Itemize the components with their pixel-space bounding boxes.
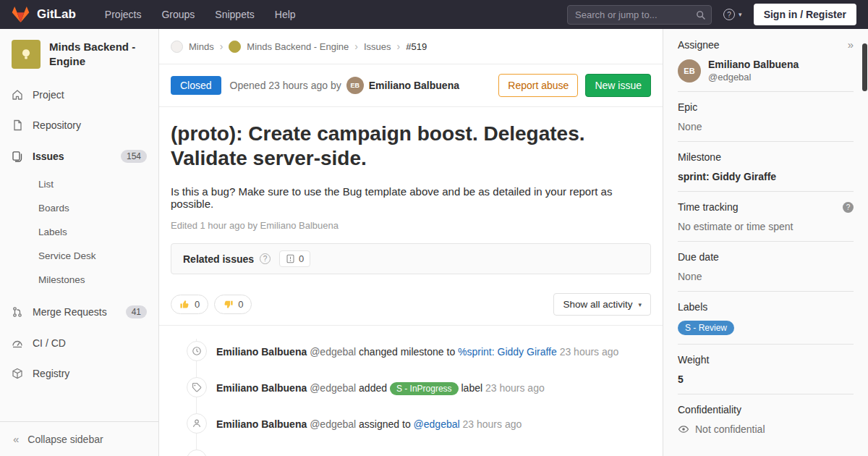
author-name-link[interactable]: Emiliano Balbuena [369, 80, 459, 91]
collapse-sidebar-label: Collapse sidebar [27, 434, 103, 445]
label-badge-review[interactable]: S - Review [678, 321, 734, 335]
breadcrumb-issues[interactable]: Issues [364, 41, 391, 52]
sidebar-item-ci-cd[interactable]: CI / CD [0, 328, 158, 358]
clock-icon [187, 341, 207, 361]
related-issues-count-pill: 0 [279, 250, 310, 267]
activity-row: Emiliano Balbuena @edgebal changed miles… [187, 334, 651, 371]
sidebar-subitem-milestones[interactable]: Milestones [0, 268, 158, 292]
sidebar-item-label: Project [33, 89, 64, 101]
weight-icon [187, 449, 207, 456]
confidentiality-value: Not confidential [695, 423, 765, 435]
activity-row: Emiliano Balbuena @edgebal assigned to @… [187, 407, 651, 443]
thumbs-up-icon [179, 299, 190, 310]
project-avatar [12, 40, 41, 69]
breadcrumb-group[interactable]: Minds [189, 41, 214, 52]
project-header[interactable]: Minds Backend - Engine [0, 29, 158, 80]
activity-author[interactable]: Emiliano Balbuena [216, 382, 307, 394]
sidebar-item-project[interactable]: Project [0, 80, 158, 110]
time-tracking-block: Time tracking ? No estimate or time spen… [678, 192, 854, 242]
weight-block: Weight 5 [678, 345, 854, 394]
related-issues-title: Related issues [183, 253, 254, 265]
activity-filter-label: Show all activity [563, 299, 632, 310]
assignee-card[interactable]: EB Emiliano Balbuena @edgebal [678, 59, 854, 83]
breadcrumb: Minds › Minds Backend - Engine › Issues … [159, 29, 663, 64]
thumbs-up-button[interactable]: 0 [171, 295, 208, 314]
scrollbar-thumb[interactable] [862, 43, 867, 91]
report-abuse-button[interactable]: Report abuse [498, 74, 578, 97]
collapse-sidebar-button[interactable]: « Collapse sidebar [0, 421, 158, 456]
milestone-value[interactable]: sprint: Giddy Giraffe [678, 171, 854, 182]
eye-icon [678, 423, 689, 435]
sidebar-item-label: Issues [33, 151, 64, 162]
home-icon [12, 89, 23, 101]
sidebar-item-label: CI / CD [33, 337, 66, 349]
sidebar-subitem-service-desk[interactable]: Service Desk [0, 244, 158, 268]
search-input[interactable] [567, 5, 712, 25]
activity-filter-dropdown[interactable]: Show all activity ▾ [553, 293, 651, 316]
activity-timeline: Emiliano Balbuena @edgebal changed miles… [171, 326, 651, 456]
status-badge: Closed [171, 76, 221, 95]
activity-author[interactable]: Emiliano Balbuena [216, 346, 307, 358]
confidentiality-block: Confidentiality Not confidential [678, 394, 854, 444]
sidebar-item-registry[interactable]: Registry [0, 358, 158, 389]
angle-double-left-icon: « [13, 433, 19, 445]
tag-icon [187, 377, 207, 397]
edited-note: Edited 1 hour ago by Emiliano Balbuena [171, 220, 651, 231]
project-name[interactable]: Minds Backend - Engine [49, 40, 147, 69]
nav-projects[interactable]: Projects [95, 0, 152, 29]
lightbulb-icon [18, 46, 34, 62]
activity-handle: @edgebal [310, 418, 356, 430]
sidebar-subitem-list[interactable]: List [0, 172, 158, 196]
assignee-avatar: EB [678, 59, 701, 83]
left-sidebar: Minds Backend - Engine Project Repositor… [0, 29, 159, 456]
due-date-block: Due date None [678, 242, 854, 292]
author-avatar[interactable]: EB [346, 77, 364, 94]
sidebar-item-issues[interactable]: Issues 154 [0, 140, 158, 172]
thumbs-up-count: 0 [195, 299, 200, 310]
angle-double-right-icon[interactable]: » [848, 38, 854, 51]
new-issue-button[interactable]: New issue [585, 74, 651, 97]
activity-action: changed milestone to [359, 346, 455, 358]
breadcrumb-project[interactable]: Minds Backend - Engine [247, 41, 349, 52]
sign-in-button[interactable]: Sign in / Register [754, 4, 856, 25]
nav-help[interactable]: Help [265, 0, 306, 29]
global-search[interactable] [567, 5, 712, 25]
assignee-name[interactable]: Emiliano Balbuena [708, 59, 799, 70]
nav-snippets[interactable]: Snippets [205, 0, 264, 29]
sidebar-subitem-labels[interactable]: Labels [0, 220, 158, 244]
epic-value: None [678, 121, 854, 132]
activity-author[interactable]: Emiliano Balbuena [216, 418, 307, 430]
gitlab-home-link[interactable]: GitLab [12, 6, 76, 23]
thumbs-down-button[interactable]: 0 [214, 295, 252, 314]
help-icon[interactable]: ? [843, 202, 854, 213]
milestone-link[interactable]: %sprint: Giddy Giraffe [458, 346, 557, 358]
activity-timestamp: 23 hours ago [560, 346, 619, 358]
issue-description: Is this a bug? Make sure to use the Bug … [171, 185, 651, 210]
brand-name[interactable]: GitLab [37, 7, 76, 22]
sidebar-item-label: Merge Requests [33, 306, 107, 318]
milestone-title: Milestone [678, 151, 721, 163]
label-badge-inprogress[interactable]: S - InProgress [390, 382, 459, 395]
assignee-link[interactable]: @edgebal [414, 418, 460, 430]
sidebar-item-repository[interactable]: Repository [0, 110, 158, 140]
labels-title: Labels [678, 301, 707, 313]
top-navbar: GitLab Projects Groups Snippets Help ? ▾… [0, 0, 868, 29]
merge-requests-count-badge: 41 [126, 305, 147, 318]
group-avatar [171, 41, 183, 53]
activity-timestamp: 23 hours ago [463, 418, 522, 430]
issue-card-icon [286, 254, 295, 263]
sidebar-subitem-boards[interactable]: Boards [0, 196, 158, 220]
gitlab-tanuki-icon [12, 6, 30, 23]
activity-row: Emiliano Balbuena @edgebal added S - InP… [187, 371, 651, 407]
main-content: Minds › Minds Backend - Engine › Issues … [159, 29, 663, 456]
help-icon[interactable]: ? [260, 253, 271, 264]
weight-title: Weight [678, 354, 709, 366]
nav-groups[interactable]: Groups [151, 0, 205, 29]
issues-count-badge: 154 [121, 150, 147, 163]
primary-nav: Projects Groups Snippets Help [95, 0, 306, 29]
help-dropdown[interactable]: ? ▾ [723, 9, 742, 20]
activity-action: added [359, 382, 387, 394]
sidebar-item-merge-requests[interactable]: Merge Requests 41 [0, 296, 158, 328]
merge-request-icon [12, 306, 23, 318]
breadcrumb-issue-number: #519 [406, 41, 427, 52]
